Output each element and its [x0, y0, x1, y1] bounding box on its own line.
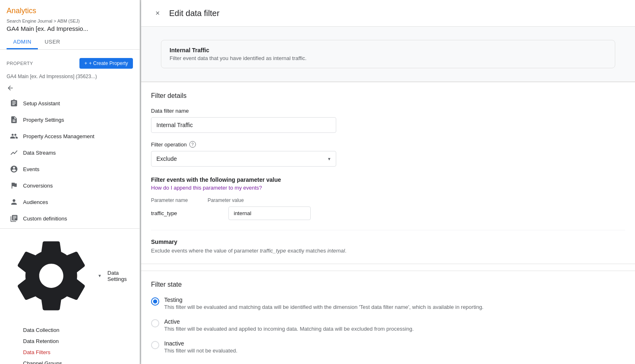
param-value-col-header: Parameter value [207, 197, 244, 203]
summary-title: Summary [151, 239, 625, 245]
close-button[interactable]: × [151, 7, 164, 20]
filter-details-title: Filter details [151, 92, 625, 100]
property-title: GA4 Main [ex. Ad Impressio... [7, 25, 130, 32]
breadcrumb: Search Engine Journal > ABM (SEJ) [7, 19, 133, 25]
sidebar-item-property-settings-label: Property Settings [23, 117, 64, 123]
radio-testing-button[interactable] [151, 297, 159, 306]
radio-inactive: Inactive This filter will not be evaluat… [151, 340, 625, 354]
analytics-logo: Analytics [7, 7, 36, 15]
param-name-cell: traffic_type [151, 210, 209, 216]
sidebar-sub-channel-groups[interactable]: Channel Groups [0, 358, 140, 364]
it-card-title: Internal Traffic [170, 47, 607, 53]
parameter-section: Filter events with the following paramet… [151, 176, 625, 220]
tab-admin[interactable]: ADMIN [7, 35, 38, 49]
streams-icon [10, 148, 18, 157]
summary-text-middle: exactly matches [286, 248, 327, 254]
summary-text-before: Exclude events where the value of parame… [151, 248, 260, 254]
sidebar-sub-data-retention[interactable]: Data Retention [0, 336, 140, 347]
sidebar: Analytics Search Engine Journal > ABM (S… [0, 0, 140, 364]
sidebar-item-audiences[interactable]: Audiences [0, 194, 135, 210]
radio-inactive-content: Inactive This filter will not be evaluat… [164, 340, 237, 354]
property-label: Property [7, 61, 33, 66]
sidebar-item-setup-assistant-label: Setup Assistant [23, 100, 60, 107]
radio-testing-label: Testing [164, 297, 484, 303]
data-settings-icon [10, 234, 93, 317]
radio-testing-inner [153, 299, 157, 304]
radio-inactive-button[interactable] [151, 341, 159, 349]
summary-section: Summary Exclude events where the value o… [151, 230, 625, 254]
radio-inactive-desc: This filter will not be evaluated. [164, 348, 237, 354]
sidebar-item-property-settings[interactable]: Property Settings [0, 111, 135, 128]
radio-testing-content: Testing This filter will be evaluated an… [164, 297, 484, 310]
brand-row: Analytics [7, 3, 133, 19]
radio-inactive-label: Inactive [164, 340, 237, 347]
close-icon: × [156, 9, 160, 18]
filter-operation-group: Filter operation ? Exclude Include [151, 141, 625, 167]
property-name: GA4 Main [ex. Ad Impressions] (35623...) [0, 72, 140, 83]
data-settings-sub-items: Data Collection Data Retention Data Filt… [0, 321, 140, 364]
radio-testing-desc: This filter will be evaluated and matchi… [164, 304, 484, 310]
filter-name-group: Data filter name [151, 108, 625, 133]
custom-defs-icon [10, 214, 18, 223]
sidebar-item-events[interactable]: Events [0, 161, 135, 177]
sidebar-item-data-settings-label: Data Settings [107, 270, 130, 282]
create-property-button[interactable]: + + Create Property [79, 58, 133, 69]
conversions-icon [10, 181, 18, 190]
back-arrow-icon [7, 84, 14, 92]
sidebar-item-data-settings[interactable]: ▼ Data Settings [0, 230, 140, 321]
filter-state-title: Filter state [151, 281, 625, 288]
plus-icon: + [84, 60, 87, 66]
tabs-row: ADMIN USER [7, 35, 133, 49]
sidebar-item-conversions[interactable]: Conversions [0, 177, 135, 194]
sidebar-item-setup-assistant[interactable]: Setup Assistant [0, 95, 135, 111]
sidebar-item-data-streams-label: Data Streams [23, 150, 56, 156]
param-headers-row: Parameter name Parameter value [151, 197, 625, 203]
internal-traffic-card: Internal Traffic Filter event data that … [161, 40, 615, 68]
radio-active-button[interactable] [151, 319, 159, 327]
summary-param-italic: traffic_type [260, 248, 286, 254]
filter-operation-label-text: Filter operation [151, 141, 187, 148]
filter-details-section: Filter details Data filter name Filter o… [141, 82, 635, 264]
edit-drawer: × Edit data filter Internal Traffic Filt… [141, 0, 635, 364]
divider-1 [0, 228, 140, 229]
param-name-col-header: Parameter name [151, 197, 188, 203]
main-area: Data Filter ev Nam Inte × Edit data filt… [140, 0, 635, 364]
radio-active-label: Active [164, 318, 414, 325]
sidebar-item-property-access-label: Property Access Management [23, 133, 94, 139]
param-section-title: Filter events with the following paramet… [151, 176, 625, 183]
filter-operation-help-icon[interactable]: ? [189, 141, 196, 148]
back-button[interactable] [0, 83, 140, 93]
radio-active-content: Active This filter will be evaluated and… [164, 318, 414, 332]
property-section: Property + + Create Property [0, 55, 140, 72]
filter-operation-select[interactable]: Exclude Include [151, 151, 336, 167]
people-icon [10, 132, 18, 140]
sidebar-item-audiences-label: Audiences [23, 199, 48, 205]
summary-text: Exclude events where the value of parame… [151, 248, 625, 254]
data-settings-collapse-icon: ▼ [98, 274, 102, 278]
summary-value-italic: internal [328, 248, 345, 254]
sidebar-content: Property + + Create Property GA4 Main [e… [0, 50, 140, 364]
create-property-label: + Create Property [89, 60, 128, 66]
drawer-body: Internal Traffic Filter event data that … [141, 27, 635, 364]
sidebar-item-events-label: Events [23, 166, 40, 172]
drawer-header: × Edit data filter [141, 0, 635, 27]
sidebar-sub-data-filters[interactable]: Data Filters [0, 347, 140, 358]
param-help-link[interactable]: How do I append this parameter to my eve… [151, 185, 625, 191]
document-icon [10, 116, 18, 124]
radio-active-desc: This filter will be evaluated and applie… [164, 326, 414, 332]
param-data-row: traffic_type [151, 206, 625, 220]
filter-operation-select-wrapper: Exclude Include [151, 151, 336, 167]
radio-testing: Testing This filter will be evaluated an… [151, 297, 625, 310]
radio-active: Active This filter will be evaluated and… [151, 318, 625, 332]
sidebar-item-property-access[interactable]: Property Access Management [0, 128, 135, 144]
tab-user[interactable]: USER [38, 35, 67, 49]
sidebar-item-custom-definitions[interactable]: Custom definitions [0, 210, 135, 227]
it-card-subtitle: Filter event data that you have identifi… [170, 55, 607, 61]
filter-name-input[interactable] [151, 117, 336, 133]
filter-name-label: Data filter name [151, 108, 625, 114]
filter-operation-label-row: Filter operation ? [151, 141, 625, 148]
sidebar-item-data-streams[interactable]: Data Streams [0, 144, 135, 161]
sidebar-sub-data-collection[interactable]: Data Collection [0, 325, 140, 336]
sidebar-item-conversions-label: Conversions [23, 183, 53, 189]
param-value-input[interactable] [228, 206, 311, 220]
